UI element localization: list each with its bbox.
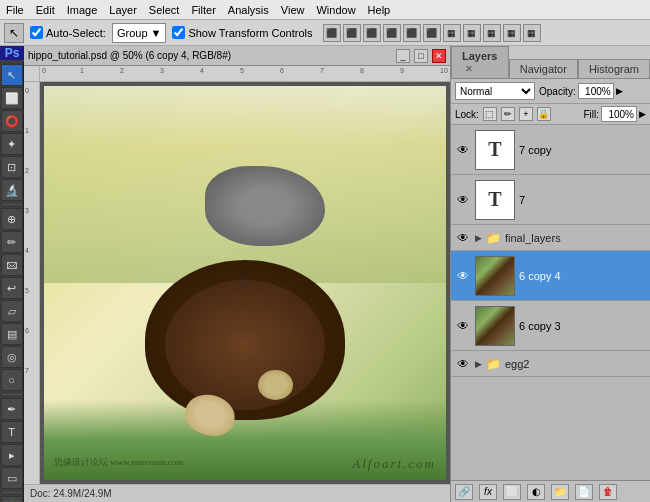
panel-bottom-bar: 🔗 fx ⬜ ◐ 📁 📄 🗑	[451, 480, 650, 502]
distribute-center-icon[interactable]: ▦	[463, 24, 481, 42]
lock-all-icon[interactable]: 🔒	[537, 107, 551, 121]
layer-visibility-egg2[interactable]: 👁	[455, 356, 471, 372]
ruler-area: 0 1 2 3 4 5 6 7 8 9 10	[24, 66, 450, 82]
canvas-image[interactable]: ✛ 思缘设计论坛 www.missvuan.com Alfoart.com	[40, 82, 450, 484]
menu-analysis[interactable]: Analysis	[222, 4, 275, 16]
layer-visibility-final[interactable]: 👁	[455, 230, 471, 246]
menu-view[interactable]: View	[275, 4, 311, 16]
folder-icon-egg2: 📁	[486, 357, 501, 371]
maximize-button[interactable]: □	[414, 49, 428, 63]
menu-bar: File Edit Image Layer Select Filter Anal…	[0, 0, 650, 20]
move-tool-button[interactable]: ↖	[1, 64, 23, 86]
canvas-crosshair: ✛	[238, 276, 252, 290]
layer-visibility-7copy[interactable]: 👁	[455, 142, 471, 158]
fill-input[interactable]	[601, 106, 637, 122]
toolbar-separator-2	[2, 394, 22, 395]
opacity-arrow-icon[interactable]: ▶	[616, 86, 623, 96]
brush-tool-button[interactable]: ✏	[1, 231, 23, 253]
hand-tool-button[interactable]: ✋	[1, 496, 23, 502]
lock-image-icon[interactable]: ✏	[501, 107, 515, 121]
menu-filter[interactable]: Filter	[185, 4, 221, 16]
layer-visibility-6copy3[interactable]: 👁	[455, 318, 471, 334]
layer-folder-egg2[interactable]: 👁 ▶ 📁 egg2	[451, 351, 650, 377]
auto-select-option: Auto-Select:	[30, 26, 106, 39]
pen-tool-button[interactable]: ✒	[1, 398, 23, 420]
distribute-right-icon[interactable]: ▦	[483, 24, 501, 42]
vertical-ruler: 0 1 2 3 4 5 6 7	[24, 82, 40, 484]
align-left-icon[interactable]: ⬛	[323, 24, 341, 42]
link-layers-button[interactable]: 🔗	[455, 484, 473, 500]
lock-transparent-icon[interactable]: ⬚	[483, 107, 497, 121]
shape-tool-button[interactable]: ▭	[1, 467, 23, 489]
crop-tool-button[interactable]: ⊡	[1, 156, 23, 178]
layer-visibility-6copy4[interactable]: 👁	[455, 268, 471, 284]
auto-select-group[interactable]: Group ▼	[112, 23, 166, 43]
add-mask-button[interactable]: ⬜	[503, 484, 521, 500]
layer-visibility-7[interactable]: 👁	[455, 192, 471, 208]
show-transform-checkbox[interactable]	[172, 26, 185, 39]
auto-select-checkbox[interactable]	[30, 26, 43, 39]
lock-position-icon[interactable]: +	[519, 107, 533, 121]
fill-control: Fill: ▶	[583, 106, 646, 122]
opacity-input[interactable]	[578, 83, 614, 99]
ruler-mark-3: 3	[160, 67, 164, 74]
path-select-button[interactable]: ▸	[1, 444, 23, 466]
fill-arrow-icon[interactable]: ▶	[639, 109, 646, 119]
layer-item-7[interactable]: 👁 T 7	[451, 175, 650, 225]
delete-layer-button[interactable]: 🗑	[599, 484, 617, 500]
menu-help[interactable]: Help	[362, 4, 397, 16]
ruler-mark-8: 8	[360, 67, 364, 74]
distribute-left-icon[interactable]: ▦	[443, 24, 461, 42]
layer-item-6copy3[interactable]: 👁 6 copy 3	[451, 301, 650, 351]
text-tool-button[interactable]: T	[1, 421, 23, 443]
eyedropper-button[interactable]: 🔬	[1, 179, 23, 201]
menu-file[interactable]: File	[0, 4, 30, 16]
align-top-icon[interactable]: ⬛	[383, 24, 401, 42]
opacity-control: Opacity: ▶	[539, 83, 646, 99]
menu-select[interactable]: Select	[143, 4, 186, 16]
tab-histogram-label: Histogram	[589, 63, 639, 75]
layer-item-6copy4[interactable]: 👁 6 copy 4	[451, 251, 650, 301]
distribute-middle-icon[interactable]: ▦	[523, 24, 541, 42]
new-group-button[interactable]: 📁	[551, 484, 569, 500]
tab-histogram[interactable]: Histogram	[578, 59, 650, 78]
adjustment-button[interactable]: ◐	[527, 484, 545, 500]
blend-mode-select[interactable]: Normal	[455, 82, 535, 100]
lasso-tool-button[interactable]: ⭕	[1, 110, 23, 132]
quick-select-button[interactable]: ✦	[1, 133, 23, 155]
align-center-icon[interactable]: ⬛	[343, 24, 361, 42]
layer-item-7copy[interactable]: 👁 T 7 copy	[451, 125, 650, 175]
heal-brush-button[interactable]: ⊕	[1, 208, 23, 230]
align-bottom-icon[interactable]: ⬛	[423, 24, 441, 42]
distribute-top-icon[interactable]: ▦	[503, 24, 521, 42]
new-layer-button[interactable]: 📄	[575, 484, 593, 500]
menu-window[interactable]: Window	[310, 4, 361, 16]
move-tool-icon[interactable]: ↖	[4, 23, 24, 43]
align-right-icon[interactable]: ⬛	[363, 24, 381, 42]
marquee-tool-button[interactable]: ⬜	[1, 87, 23, 109]
align-icons: ⬛ ⬛ ⬛ ⬛ ⬛ ⬛ ▦ ▦ ▦ ▦ ▦	[323, 24, 541, 42]
tab-layers[interactable]: Layers ✕	[451, 46, 509, 78]
minimize-button[interactable]: _	[396, 49, 410, 63]
menu-edit[interactable]: Edit	[30, 4, 61, 16]
menu-image[interactable]: Image	[61, 4, 104, 16]
gradient-button[interactable]: ▤	[1, 323, 23, 345]
vruler-1: 1	[25, 127, 29, 134]
eraser-button[interactable]: ▱	[1, 300, 23, 322]
ruler-mark-2: 2	[120, 67, 124, 74]
vruler-4: 4	[25, 247, 29, 254]
history-brush-button[interactable]: ↩	[1, 277, 23, 299]
vruler-6: 6	[25, 327, 29, 334]
dropdown-arrow-icon: ▼	[151, 27, 162, 39]
close-button[interactable]: ✕	[432, 49, 446, 63]
layer-folder-final[interactable]: 👁 ▶ 📁 final_layers	[451, 225, 650, 251]
ruler-mark-6: 6	[280, 67, 284, 74]
clone-stamp-button[interactable]: 🖂	[1, 254, 23, 276]
tab-navigator[interactable]: Navigator	[509, 59, 578, 78]
blur-button[interactable]: ◎	[1, 346, 23, 368]
dodge-button[interactable]: ○	[1, 369, 23, 391]
layer-styles-button[interactable]: fx	[479, 484, 497, 500]
align-middle-icon[interactable]: ⬛	[403, 24, 421, 42]
menu-layer[interactable]: Layer	[103, 4, 143, 16]
tab-layers-close[interactable]: ✕	[465, 64, 473, 74]
